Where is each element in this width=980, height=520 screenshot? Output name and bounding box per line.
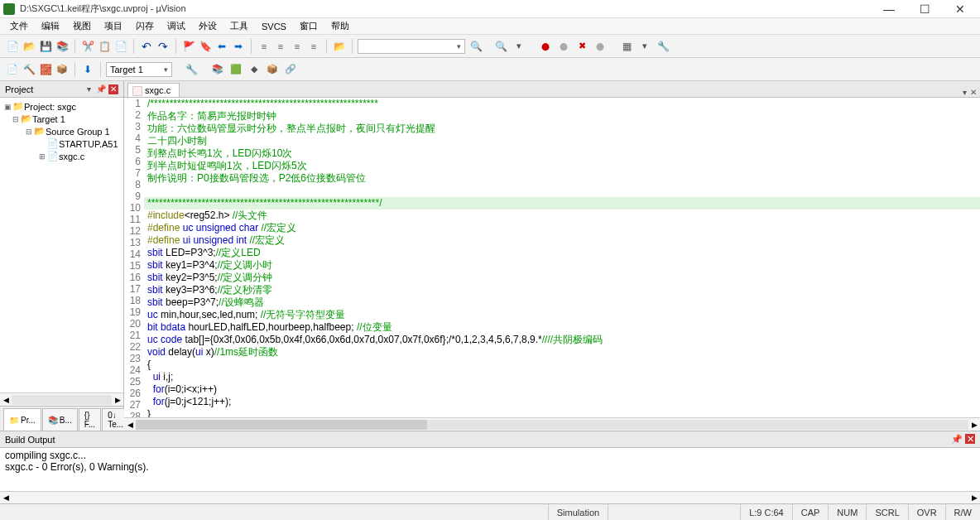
code-line[interactable]: [144, 185, 980, 197]
config-icon[interactable]: ▾: [512, 39, 526, 54]
build-output-body[interactable]: compiling sxgc.c... sxgc.c - 0 Error(s),…: [0, 448, 980, 491]
find-icon[interactable]: [468, 39, 483, 54]
tab-functions[interactable]: {} F...: [79, 408, 101, 431]
minimize-button[interactable]: —: [878, 2, 900, 16]
code-line[interactable]: for(j=0;j<121;j++);: [144, 396, 980, 408]
code-line[interactable]: bit bdata hourLED,halfLED,hourbeep,halfb…: [144, 321, 980, 334]
menu-project[interactable]: 项目: [99, 18, 127, 34]
build-scroll-right-icon[interactable]: ▶: [968, 494, 980, 502]
tab-project[interactable]: 📁 Pr...: [3, 408, 41, 431]
manage-books-icon[interactable]: 📚: [210, 62, 225, 77]
window-layout-arrow-icon[interactable]: ▾: [637, 39, 652, 54]
new-icon[interactable]: [5, 39, 20, 54]
editor-dropdown-icon[interactable]: ▾: [963, 88, 967, 97]
code-line[interactable]: sbit key2=P3^5;//定义调分钟: [144, 272, 980, 284]
paste-icon[interactable]: [113, 39, 128, 54]
saveall-icon[interactable]: [55, 39, 70, 54]
code-line[interactable]: 到整点时长鸣1次，LED闪烁10次: [144, 147, 980, 160]
build-pin-icon[interactable]: 📌: [951, 434, 963, 445]
nav-back-icon[interactable]: [214, 39, 229, 54]
code-line[interactable]: #define uc unsigned char //宏定义: [144, 222, 980, 234]
code-line[interactable]: ui i,j;: [144, 371, 980, 383]
nav-fwd-icon[interactable]: [231, 39, 246, 54]
build-close-icon[interactable]: ✕: [965, 434, 975, 444]
close-button[interactable]: ✕: [950, 2, 970, 16]
breakpoint-insert-icon[interactable]: [538, 39, 553, 54]
tree-source-group[interactable]: ⊟📂Source Group 1: [2, 125, 121, 137]
code-line[interactable]: 作品名字：简易声光报时时钟: [144, 110, 980, 123]
uncomment-icon[interactable]: ≡: [306, 39, 321, 54]
code-line[interactable]: #include<reg52.h> //头文件: [144, 209, 980, 222]
bookmark-prev-icon[interactable]: [181, 39, 196, 54]
target-select[interactable]: Target 1: [106, 62, 172, 77]
pin-icon[interactable]: ▾: [84, 84, 94, 94]
rebuild-icon[interactable]: [38, 62, 53, 77]
scroll-left-icon[interactable]: ◀: [0, 396, 12, 404]
editor-close-icon[interactable]: ✕: [970, 88, 977, 97]
breakpoint-disable-icon[interactable]: [556, 39, 571, 54]
menu-help[interactable]: 帮助: [326, 18, 354, 34]
build-scroll-left-icon[interactable]: ◀: [0, 494, 12, 502]
download-icon[interactable]: [80, 62, 95, 77]
code-editor[interactable]: 1234567891011121314151617181920212223242…: [124, 98, 980, 417]
menu-debug[interactable]: 调试: [162, 18, 190, 34]
code-line[interactable]: sbit key3=P3^6;//定义秒清零: [144, 284, 980, 296]
editor-tab-sxgc[interactable]: sxgc.c: [127, 83, 180, 97]
code-line[interactable]: sbit LED=P3^3;//定义LED: [144, 247, 980, 259]
code-line[interactable]: }: [144, 408, 980, 417]
editor-hscroll[interactable]: ◀ ▶: [124, 417, 980, 431]
debug-magnify-icon[interactable]: [493, 39, 508, 54]
menu-view[interactable]: 视图: [68, 18, 96, 34]
menu-file[interactable]: 文件: [5, 18, 33, 34]
window-layout-icon[interactable]: [619, 39, 634, 54]
code-line[interactable]: #define ui unsigned int //宏定义: [144, 234, 980, 247]
tree-project-root[interactable]: ▣📁Project: sxgc: [2, 100, 121, 113]
tree-file-sxgc[interactable]: ⊞📄sxgc.c: [2, 150, 121, 162]
configure-icon[interactable]: [656, 39, 670, 54]
translate-icon[interactable]: 📄: [5, 62, 20, 77]
tree-file-startup[interactable]: 📄STARTUP.A51: [2, 137, 121, 150]
editor-scroll-right-icon[interactable]: ▶: [968, 421, 980, 429]
autohide-icon[interactable]: 📌: [96, 84, 106, 94]
menu-peripherals[interactable]: 外设: [194, 18, 222, 34]
panel-close-icon[interactable]: ✕: [108, 84, 118, 94]
manage-components-icon[interactable]: 🟩: [228, 62, 243, 77]
code-line[interactable]: void delay(ui x)//1ms延时函数: [144, 346, 980, 359]
breakpoint-kill-icon[interactable]: [574, 39, 589, 54]
manage-layers-icon[interactable]: ◆: [247, 62, 262, 77]
comment-icon[interactable]: ≡: [290, 39, 305, 54]
find-files-icon[interactable]: [332, 39, 347, 54]
build-icon[interactable]: [22, 62, 36, 77]
find-combo[interactable]: [358, 39, 465, 54]
breakpoint-enable-icon[interactable]: [593, 39, 608, 54]
manage-pack-icon[interactable]: 📦: [265, 62, 280, 77]
menu-window[interactable]: 窗口: [295, 18, 323, 34]
copy-icon[interactable]: [97, 39, 112, 54]
code-line[interactable]: sbit beep=P3^7;//设蜂鸣器: [144, 296, 980, 309]
code-line[interactable]: /***************************************…: [144, 98, 980, 110]
code-line[interactable]: uc code tab[]={0x3f,0x06,0x5b,0x4f,0x66,…: [144, 334, 980, 346]
indent-left-icon[interactable]: ≡: [257, 39, 271, 54]
project-scrollbar[interactable]: ◀ ▶: [0, 392, 123, 406]
scroll-right-icon[interactable]: ▶: [112, 396, 123, 404]
menu-svcs[interactable]: SVCS: [257, 20, 291, 33]
code-body[interactable]: /***************************************…: [144, 98, 980, 417]
menu-flash[interactable]: 闪存: [131, 18, 159, 34]
batch-build-icon[interactable]: 📦: [55, 62, 70, 77]
code-line[interactable]: 制作说明：P0接数码管段选，P2低6位接数码管位: [144, 172, 980, 185]
build-scroll[interactable]: ◀ ▶: [0, 491, 980, 503]
tab-books[interactable]: 📚 B...: [42, 408, 78, 431]
menu-tools[interactable]: 工具: [225, 18, 253, 34]
code-line[interactable]: for(i=0;i<x;i++): [144, 383, 980, 396]
cut-icon[interactable]: [80, 39, 95, 54]
editor-scroll-left-icon[interactable]: ◀: [124, 421, 136, 429]
options-icon[interactable]: [184, 62, 199, 77]
code-line[interactable]: uc min,hour,sec,led,num; //无符号字符型变量: [144, 309, 980, 321]
code-line[interactable]: sbit key1=P3^4;//定义调小时: [144, 259, 980, 272]
bookmark-icon[interactable]: [198, 39, 213, 54]
code-line[interactable]: 二十四小时制: [144, 135, 980, 147]
redo-icon[interactable]: [156, 39, 171, 54]
open-icon[interactable]: [22, 39, 36, 54]
indent-right-icon[interactable]: ≡: [273, 39, 288, 54]
maximize-button[interactable]: ☐: [915, 2, 935, 16]
